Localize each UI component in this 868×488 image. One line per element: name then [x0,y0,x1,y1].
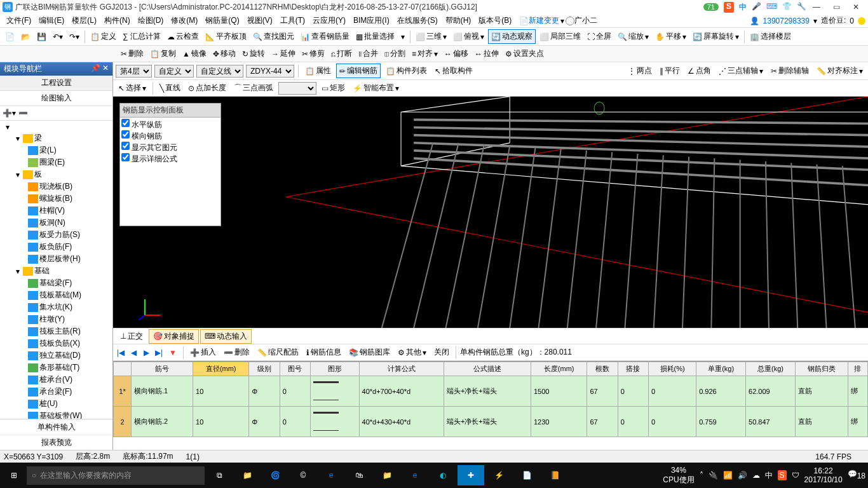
stretch-button[interactable]: ↔拉伸 [472,47,501,60]
rebar-data-grid[interactable]: 筋号直径(mm)级别图号图形计算公式公式描述长度(mm)根数搭接损耗(%)单重(… [113,361,868,450]
taskbar-app-2[interactable]: 🌀 [262,465,288,485]
tree-found-strip[interactable]: 基础板带(W) [1,410,111,419]
tree-raft-neg[interactable]: 筏板负筋(X) [1,337,111,349]
new-change-link[interactable]: 新建变更 [529,15,559,26]
taskbar-store[interactable]: 🛍 [346,465,372,485]
table-row[interactable]: 2横向钢筋.210Φ040*d+430+40*d端头+净长+端头12306700… [114,407,868,437]
tree-pile-cap[interactable]: 桩承台(V) [1,374,111,386]
local-3d-button[interactable]: ⬜局部三维 [537,30,583,43]
ortho-toggle[interactable]: ⊥正交 [116,329,147,344]
extend-button[interactable]: →延伸 [269,47,298,60]
grid-header-10[interactable]: 搭接 [618,362,648,376]
grid-header-8[interactable]: 长度(mm) [531,362,587,376]
grid-insert-button[interactable]: ➕插入 [187,346,219,359]
merge-button[interactable]: ⫴合并 [356,47,381,60]
keyboard-icon[interactable]: ⌨ [766,2,777,13]
maximize-button[interactable]: ▭ [827,3,846,11]
snap-toggle[interactable]: 🎯对象捕捉 [149,329,199,344]
nav-first[interactable]: |◀ [116,348,126,357]
tree-spiral-slab[interactable]: 螺旋板(B) [1,193,111,205]
grid-other-button[interactable]: ⚙其他▾ [395,346,429,359]
tray-ime[interactable]: 中 [765,470,773,481]
rect-button[interactable]: ▭矩形 [319,81,348,95]
tree-slab-hole[interactable]: 板洞(N) [1,217,111,229]
3d-button[interactable]: ⬜三维▾ [413,30,449,43]
grid-header-4[interactable]: 图号 [280,362,310,376]
tree-beam-l[interactable]: 梁(L) [1,144,111,156]
taskbar-explorer[interactable]: 📁 [374,465,400,485]
tray-shield-icon[interactable]: 🛡 [792,471,799,480]
screen-rotate-button[interactable]: 🔄屏幕旋转▾ [690,30,742,43]
grid-close-button[interactable]: 关闭 [431,346,452,359]
taskbar-app-7[interactable]: 📄 [513,465,540,485]
taskbar-app-1[interactable]: 📁 [234,465,261,485]
props-button[interactable]: 📋属性 [302,64,334,78]
table-row[interactable]: 1*横向钢筋.110Φ040*d+700+40*d端头+净长+端头1500670… [114,376,868,407]
nav-down[interactable]: ▼ [166,347,179,358]
split-button[interactable]: ⎅分割 [382,47,408,60]
taskbar-edge[interactable]: e [318,465,344,485]
tray-power-icon[interactable]: 🔌 [709,471,718,480]
grid-header-2[interactable]: 直径(mm) [193,362,249,376]
tray-clock[interactable]: 16:222017/10/10 [804,466,843,485]
select-button[interactable]: ↖选择▾ [116,81,149,95]
flat-top-button[interactable]: 📐平齐板顶 [203,30,249,43]
redo-button[interactable]: ↷▾ [67,31,82,43]
category-select[interactable]: 自定义 [154,65,194,78]
rebar-lib-button[interactable]: 📚钢筋图库 [346,346,393,359]
sogou-icon[interactable]: S [724,2,734,13]
3d-viewport[interactable]: 钢筋显示控制面板 水平纵筋 横向钢筋 显示其它图元 显示详细公式 [113,97,868,328]
smart-layout-button[interactable]: ⚡智能布置▾ [350,81,402,95]
del-aux-button[interactable]: ✂删除辅轴 [768,64,811,78]
grid-header-12[interactable]: 单重(kg) [696,362,746,376]
tree-root[interactable]: ▾ [1,122,111,132]
code-select[interactable]: ZDYX-44 [246,65,294,78]
rotate-button[interactable]: ↻旋转 [240,47,268,60]
menu-floor[interactable]: 楼层(L) [68,15,100,26]
pan-button[interactable]: ✋平移▾ [653,30,689,43]
menu-online[interactable]: 在线服务(S) [393,15,442,26]
shirt-icon[interactable]: 👕 [782,2,792,13]
grid-header-11[interactable]: 损耗(%) [649,362,696,376]
type-select[interactable]: 自定义线 [196,65,243,78]
menu-edit[interactable]: 编辑(E) [35,15,68,26]
find-elem-button[interactable]: 🔍查找图元 [250,30,297,43]
tree-cap-beam[interactable]: 承台梁(F) [1,386,111,398]
fullscreen-button[interactable]: ⛶全屏 [585,30,614,43]
tree-col-pier[interactable]: 柱墩(Y) [1,313,111,325]
start-button[interactable]: ⊞ [3,465,25,485]
nav-last[interactable]: ▶| [154,348,164,357]
sum-calc-button[interactable]: ∑ 汇总计算 [120,30,163,43]
two-pt-button[interactable]: ⋮两点 [625,64,654,78]
settings-icon[interactable]: 🔧 [797,2,806,13]
taskbar-ie[interactable]: e [402,465,428,485]
taskbar-app-8[interactable]: 📙 [541,465,568,485]
rebar-info-button[interactable]: ℹ钢筋信息 [304,346,344,359]
offset-button[interactable]: ↔偏移 [442,47,471,60]
view-rebar-button[interactable]: 📊查看钢筋量 [298,30,352,43]
grid-header-15[interactable]: 排 [848,362,867,376]
tray-sogou-icon[interactable]: S [778,470,787,480]
pt-len-button[interactable]: ⊙点加长度 [186,81,229,95]
grid-header-6[interactable]: 计算公式 [359,362,444,376]
taskbar-app-3[interactable]: © [290,465,316,485]
move-button[interactable]: ✥移动 [210,47,238,60]
nav-prev[interactable]: ◀ [128,348,139,357]
line-button[interactable]: ╲直线 [157,81,183,95]
menu-bim[interactable]: BIM应用(I) [349,15,393,26]
tray-network-icon[interactable]: 📶 [723,471,733,480]
tab-single-input[interactable]: 单构件输入 [0,419,112,435]
tree-foundation[interactable]: ▾基础 [1,265,111,277]
pt-angle-button[interactable]: ∠点角 [685,64,714,78]
undo-button[interactable]: ↶▾ [50,31,65,43]
new-file-button[interactable]: 📄 [3,31,17,43]
taskbar-app-5[interactable]: ✚ [458,465,484,485]
windows-taskbar[interactable]: ⊞ ○ 在这里输入你要搜索的内容 ⧉ 📁 🌀 © e 🛍 📁 e ◐ ✚ ⚡ 📄… [0,463,868,488]
menu-rebar[interactable]: 钢筋量(Q) [201,15,243,26]
grid-header-3[interactable]: 级别 [249,362,280,376]
zoom-button[interactable]: 🔍缩放▾ [615,30,651,43]
tray-notifications[interactable]: 💬18 [848,470,865,480]
grid-header-0[interactable] [114,362,132,376]
align-label-button[interactable]: 📏对齐标注▾ [814,64,865,78]
tree-found-beam[interactable]: 基础梁(F) [1,277,111,289]
